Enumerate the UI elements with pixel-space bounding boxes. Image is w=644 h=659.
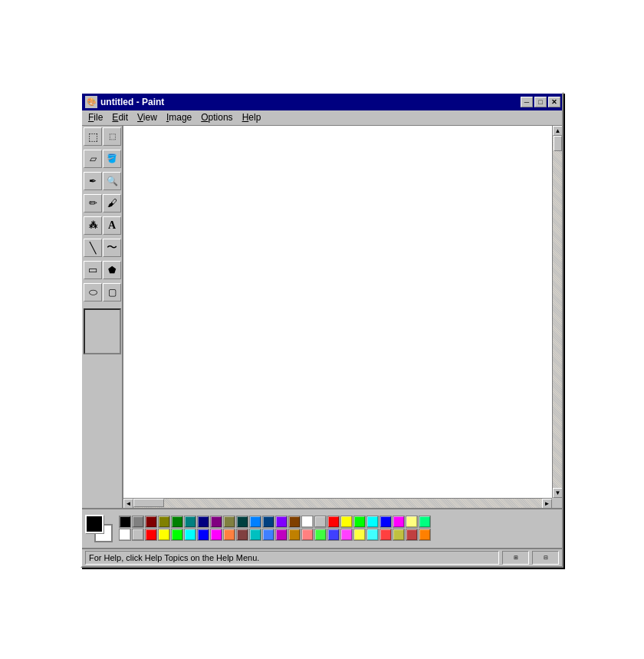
tool-roundrect[interactable]: ▢ [103,283,121,301]
canvas-inner [123,126,553,499]
color-cell[interactable] [380,529,392,541]
tool-rect[interactable]: ▭ [84,261,102,279]
color-cell[interactable] [262,529,274,541]
tool-magnify[interactable]: 🔍 [103,172,121,190]
tool-airbrush[interactable]: ⁂ [84,216,102,235]
color-cell[interactable] [132,516,144,528]
color-cell[interactable] [210,516,222,528]
color-cell[interactable] [197,516,209,528]
tool-ellipse[interactable]: ⬭ [84,283,102,301]
color-cell[interactable] [419,529,431,541]
foreground-color[interactable] [85,515,104,533]
menu-view[interactable]: View [133,110,162,124]
color-cell[interactable] [314,516,327,528]
canvas-container: ▲ ▼ ◄ ► [123,126,562,508]
color-cell[interactable] [393,516,405,528]
close-button[interactable]: ✕ [548,97,560,107]
app-icon: 🎨 [85,96,97,108]
color-cell[interactable] [288,529,301,541]
color-cell[interactable] [184,516,196,528]
color-cell[interactable] [366,529,379,541]
color-cell[interactable] [301,516,314,528]
color-cell[interactable] [262,516,274,528]
color-cell[interactable] [145,516,157,528]
tool-text[interactable]: A [103,216,121,235]
color-cell[interactable] [327,529,340,541]
scroll-up-button[interactable]: ▲ [553,126,562,136]
color-cell[interactable] [210,529,222,541]
color-cell[interactable] [236,529,248,541]
color-cell[interactable] [327,516,340,528]
scroll-track-h[interactable] [133,499,542,508]
color-cell[interactable] [406,529,418,541]
scroll-left-button[interactable]: ◄ [123,499,133,508]
color-cell[interactable] [275,529,288,541]
tool-polygon[interactable]: ⬟ [103,261,121,279]
scroll-down-button[interactable]: ▼ [553,488,562,498]
color-cell[interactable] [236,516,248,528]
tool-brush[interactable]: 🖌 [103,194,121,213]
tool-select-rect[interactable] [84,127,102,146]
tool-eyedrop[interactable]: ✒ [84,172,102,190]
menu-options[interactable]: Options [196,110,237,124]
title-bar-left: 🎨 untitled - Paint [85,96,164,108]
color-cell[interactable] [184,529,196,541]
scroll-right-button[interactable]: ► [542,499,552,508]
color-cell[interactable] [132,529,144,541]
scroll-thumb-v[interactable] [554,136,562,151]
scroll-track-v[interactable] [553,136,562,488]
color-cell[interactable] [249,529,261,541]
minimize-button[interactable]: ─ [521,97,533,107]
status-icon-2: ⊟ [532,551,559,565]
title-bar: 🎨 untitled - Paint ─ □ ✕ [82,94,562,110]
color-cell[interactable] [419,516,431,528]
color-cell[interactable] [314,529,327,541]
tool-line[interactable]: ╲ [84,239,102,257]
color-cell[interactable] [340,516,353,528]
tool-fill[interactable]: 🪣 [103,150,121,168]
color-cell[interactable] [380,516,392,528]
maximize-button[interactable]: □ [534,97,547,107]
main-content: ⬚ ▱ 🪣 ✒ 🔍 ✏ 🖌 ⁂ A ╲ 〜 ▭ ⬟ ⬭ ▢ ▲ [82,126,562,508]
color-palette [119,516,431,541]
color-cell[interactable] [301,529,314,541]
color-cell[interactable] [393,529,405,541]
brush-options [84,308,121,354]
color-cell[interactable] [288,516,301,528]
color-cell[interactable] [158,516,170,528]
color-cell[interactable] [119,529,131,541]
scroll-corner [552,498,562,508]
drawing-canvas[interactable] [123,126,553,499]
current-colors [85,515,113,542]
tool-pencil[interactable]: ✏ [84,194,102,213]
color-cell[interactable] [340,529,353,541]
color-cell[interactable] [145,529,157,541]
tool-curve[interactable]: 〜 [103,239,121,257]
tool-eraser[interactable]: ▱ [84,150,102,168]
palette-row-1 [119,516,431,528]
color-cell[interactable] [249,516,261,528]
status-text: For Help, click Help Topics on the Help … [85,551,499,565]
color-cell[interactable] [158,529,170,541]
status-icon-1: ⊞ [502,551,529,565]
color-cell[interactable] [119,516,131,528]
color-cell[interactable] [223,529,235,541]
menu-edit[interactable]: Edit [107,110,133,124]
color-cell[interactable] [406,516,418,528]
paint-window: 🎨 untitled - Paint ─ □ ✕ File Edit View … [80,92,564,568]
color-cell[interactable] [171,516,183,528]
scroll-thumb-h[interactable] [133,499,164,507]
menu-file[interactable]: File [84,110,107,124]
color-cell[interactable] [366,516,379,528]
tool-select-free[interactable]: ⬚ [103,127,121,146]
color-cell[interactable] [223,516,235,528]
toolbar: ⬚ ▱ 🪣 ✒ 🔍 ✏ 🖌 ⁂ A ╲ 〜 ▭ ⬟ ⬭ ▢ [82,126,123,508]
menu-help[interactable]: Help [238,110,266,124]
color-cell[interactable] [353,529,366,541]
color-cell[interactable] [197,529,209,541]
window-controls: ─ □ ✕ [521,97,560,107]
color-cell[interactable] [353,516,366,528]
color-cell[interactable] [275,516,288,528]
menu-image[interactable]: Image [162,110,196,124]
color-cell[interactable] [171,529,183,541]
